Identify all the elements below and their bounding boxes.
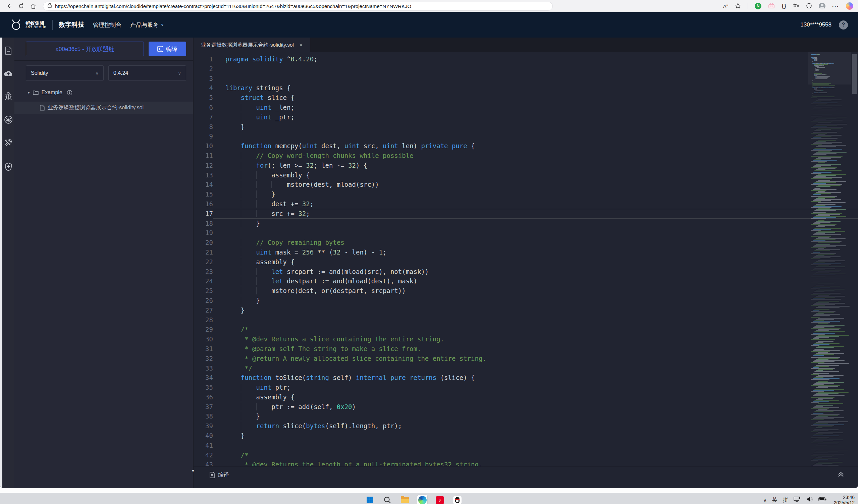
compile-button[interactable]: 编译	[148, 42, 186, 56]
code-line[interactable]: src += 32;	[213, 209, 858, 218]
code-line[interactable]: assembly {	[213, 392, 858, 402]
code-line[interactable]: }	[213, 296, 858, 306]
copilot-icon[interactable]	[846, 2, 853, 10]
collections-icon[interactable]	[793, 3, 799, 10]
volume-icon[interactable]	[806, 496, 813, 504]
code-line[interactable]: function memcpy(uint dest, uint src, uin…	[213, 141, 858, 151]
language-select[interactable]: Solidity ∨	[26, 65, 104, 81]
code-line[interactable]	[213, 131, 858, 141]
code-line[interactable]: library strings {	[213, 83, 858, 93]
code-line[interactable]: uint _len;	[213, 103, 858, 112]
code-line[interactable]: }	[213, 218, 858, 228]
security-shield-icon[interactable]	[4, 162, 12, 172]
address-bar[interactable]: https://openchain.antdigital.com/cloudid…	[43, 2, 553, 11]
back-icon[interactable]	[5, 2, 13, 11]
cloud-sync-icon[interactable]	[67, 90, 73, 96]
netease-music-icon[interactable]: ♪	[435, 495, 445, 504]
code-line[interactable]: uint ptr;	[213, 383, 858, 392]
code-line[interactable]: }	[213, 190, 858, 199]
help-icon[interactable]: ?	[839, 20, 848, 30]
file-name: 业务逻辑数据浏览器展示合约-solidity.sol	[48, 104, 144, 111]
tab-solidity-file[interactable]: 业务逻辑数据浏览器展示合约-solidity.sol ×	[193, 37, 310, 52]
file-explorer-icon[interactable]	[400, 495, 410, 504]
code-line[interactable]: * @return A newly allocated slice contai…	[213, 354, 858, 363]
chain-select-button[interactable]: a00e36c5 - 开放联盟链	[26, 42, 144, 56]
code-line[interactable]: struct slice {	[213, 93, 858, 103]
ime-mode[interactable]: 拼	[783, 497, 788, 504]
start-button[interactable]	[365, 495, 375, 504]
battery-icon[interactable]	[819, 497, 826, 503]
code-line[interactable]	[213, 74, 858, 83]
taskbar-clock[interactable]: 23:46 2025/5/12	[834, 494, 855, 504]
minimap[interactable]	[808, 52, 851, 466]
ime-language[interactable]: 英	[772, 497, 778, 504]
code-line[interactable]: uint mask = 256 ** (32 - len) - 1;	[213, 247, 858, 257]
code-line[interactable]	[213, 228, 858, 238]
ant-group-logo[interactable]: 蚂蚁集团 ANT GROUP	[10, 19, 46, 31]
code-editor[interactable]: 1234567891011121314151617181920212223242…	[193, 52, 858, 466]
code-line[interactable]: assembly {	[213, 170, 858, 180]
code-line[interactable]: return slice(bytes(self).length, ptr);	[213, 421, 858, 431]
favorite-star-icon[interactable]	[735, 3, 741, 10]
code-line[interactable]: let srcpart := and(mload(src), not(mask)…	[213, 267, 858, 277]
code-line[interactable]	[213, 64, 858, 74]
code-line[interactable]: }	[213, 306, 858, 315]
bilibili-extension-icon[interactable]	[768, 3, 775, 10]
refresh-icon[interactable]	[17, 2, 26, 11]
editor-scrollbar[interactable]	[851, 52, 858, 466]
qq-icon[interactable]	[452, 495, 462, 504]
taskbar-search-icon[interactable]	[382, 495, 393, 504]
nav-console[interactable]: 管理控制台	[93, 21, 122, 29]
cloud-upload-icon[interactable]	[4, 70, 13, 77]
nav-products[interactable]: 产品与服务 ∨	[130, 21, 164, 29]
tab-close-icon[interactable]: ×	[299, 42, 303, 49]
tools-icon[interactable]	[4, 139, 13, 148]
tree-folder-example[interactable]: ▾ Example	[14, 87, 193, 98]
code-line[interactable]: }	[213, 411, 858, 421]
more-menu-icon[interactable]: ···	[832, 3, 839, 9]
home-icon[interactable]	[29, 2, 37, 11]
profile-avatar[interactable]	[819, 3, 825, 10]
read-aloud-icon[interactable]: Aʺ	[723, 3, 728, 9]
code-line[interactable]: for(; len >= 32; len -= 32) {	[213, 161, 858, 170]
code-line[interactable]: * @dev Returns a slice containing the en…	[213, 334, 858, 344]
code-line[interactable]: /*	[213, 450, 858, 460]
tray-expand-icon[interactable]: ∧	[763, 498, 767, 503]
code-line[interactable]: */	[213, 363, 858, 373]
display-device-icon[interactable]	[794, 496, 801, 504]
code-line[interactable]: * @dev Returns the length of a null-term…	[213, 460, 858, 466]
code-line[interactable]: function toSlice(string self) internal p…	[213, 373, 858, 383]
debug-icon[interactable]	[4, 92, 13, 101]
compile-panel-label[interactable]: 编译	[218, 471, 229, 478]
code-line[interactable]: assembly {	[213, 257, 858, 267]
code-line[interactable]: }	[213, 431, 858, 441]
code-line[interactable]	[213, 315, 858, 325]
lock-icon[interactable]	[47, 3, 52, 10]
code-line[interactable]: // Copy remaining bytes	[213, 238, 858, 247]
code-line[interactable]: }	[213, 122, 858, 132]
code-line[interactable]: mstore(dest, mload(src))	[213, 180, 858, 190]
account-phone[interactable]: 130****9558	[800, 21, 831, 28]
code-line[interactable]: /*	[213, 325, 858, 334]
code-line[interactable]: uint _ptr;	[213, 112, 858, 122]
code-line[interactable]: pragma solidity ^0.4.20;	[213, 54, 858, 64]
scroll-down-arrow-icon[interactable]: ▼	[191, 469, 195, 473]
code-content[interactable]: pragma solidity ^0.4.20;library strings …	[213, 54, 858, 466]
history-icon[interactable]	[806, 3, 812, 10]
tree-file-solidity[interactable]: 业务逻辑数据浏览器展示合约-solidity.sol	[14, 102, 193, 114]
norton-extension-icon[interactable]: N	[755, 3, 761, 10]
scrollbar-thumb[interactable]	[852, 54, 857, 94]
files-icon[interactable]	[4, 46, 12, 55]
version-select[interactable]: 0.4.24 ∨	[108, 65, 186, 81]
scan-bug-icon[interactable]	[4, 115, 13, 124]
code-line[interactable]: ptr := add(self, 0x20)	[213, 402, 858, 412]
code-line[interactable]: mstore(dest, or(destpart, srcpart))	[213, 286, 858, 296]
code-line[interactable]: let destpart := and(mload(dest), mask)	[213, 276, 858, 286]
code-line[interactable]: * @param self The string to make a slice…	[213, 344, 858, 354]
code-line[interactable]: // Copy word-length chunks while possibl…	[213, 151, 858, 161]
extensions-icon[interactable]: { }	[781, 3, 786, 9]
code-line[interactable]: dest += 32;	[213, 199, 858, 209]
code-line[interactable]	[213, 441, 858, 450]
edge-browser-icon[interactable]	[417, 495, 427, 504]
expand-panel-icon[interactable]	[837, 471, 845, 479]
